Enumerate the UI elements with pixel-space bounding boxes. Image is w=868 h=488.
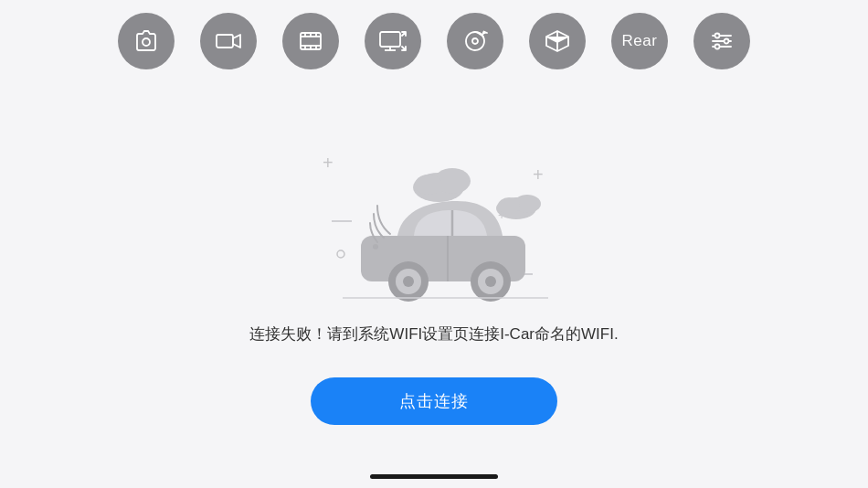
svg-point-30 — [415, 175, 442, 195]
screen-icon — [378, 28, 408, 54]
camera-button[interactable] — [118, 13, 175, 69]
settings-icon — [709, 28, 735, 54]
svg-point-19 — [725, 39, 729, 44]
svg-text:+: + — [323, 153, 333, 173]
rear-button[interactable]: Rear — [611, 13, 668, 69]
svg-point-33 — [498, 197, 520, 214]
svg-point-43 — [373, 244, 378, 249]
svg-rect-11 — [380, 32, 400, 47]
svg-text:+: + — [533, 164, 544, 185]
main-content: + + + — [249, 82, 618, 488]
svg-point-0 — [143, 38, 150, 46]
car-illustration: + + + — [279, 119, 589, 302]
film-button[interactable] — [282, 13, 339, 69]
svg-point-42 — [485, 276, 496, 287]
svg-point-14 — [472, 38, 478, 44]
video-button[interactable] — [200, 13, 257, 69]
reset-button[interactable] — [447, 13, 503, 69]
svg-point-18 — [715, 34, 720, 38]
reset-icon — [462, 28, 488, 54]
rear-label: Rear — [622, 32, 658, 50]
home-bar — [370, 474, 498, 479]
svg-point-39 — [403, 276, 414, 287]
connect-button[interactable]: 点击连接 — [311, 377, 557, 425]
film-icon — [298, 28, 323, 54]
box-icon — [545, 28, 570, 54]
box-button[interactable] — [529, 13, 586, 69]
svg-point-20 — [715, 45, 720, 49]
svg-point-24 — [337, 250, 344, 258]
screen-button[interactable] — [365, 13, 421, 69]
status-message: 连接失败！请到系统WIFI设置页连接I-Car命名的WIFI. — [249, 324, 618, 345]
camera-icon — [133, 28, 159, 54]
connect-button-label: 点击连接 — [399, 390, 469, 412]
toolbar: Rear — [0, 0, 868, 82]
video-icon — [215, 28, 242, 54]
svg-rect-1 — [217, 35, 233, 48]
settings-button[interactable] — [693, 13, 750, 69]
